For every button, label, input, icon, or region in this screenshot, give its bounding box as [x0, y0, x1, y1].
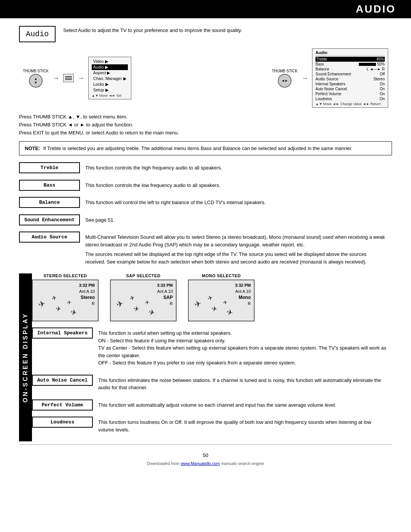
- perfect-volume-label: Perfect Volume: [32, 399, 93, 411]
- feature-row-treble: Treble This function controls the high f…: [19, 162, 392, 174]
- menu-footer: ▲▼ Move ◄► Sel: [92, 94, 128, 97]
- audio-source-desc-p1: Multi-Channel Television Sound will allo…: [85, 233, 387, 248]
- sap-r: R: [157, 301, 173, 307]
- footer-link[interactable]: www.Manualslib.com: [181, 461, 220, 466]
- instruction-1: Press THUMB STICK ▲, ▼, to select menu i…: [19, 113, 392, 121]
- sap-plane-5: ✈: [148, 307, 156, 318]
- note-box: NOTE: If Treble is selected you are adju…: [19, 141, 392, 155]
- treble-label: Treble: [19, 162, 80, 173]
- footer-text-2: manuals search engine: [220, 461, 264, 466]
- on-screen-section: ON-SCREEN DISPLAY STEREO SELECTED 3:32 P…: [19, 273, 392, 441]
- stereo-channel: Ant A 10: [79, 289, 95, 294]
- auto-noise-label: Auto Noise Cancel: [32, 375, 93, 386]
- sap-plane-4: ✈: [145, 299, 150, 306]
- on-screen-label: ON-SCREEN DISPLAY: [19, 273, 32, 441]
- stereo-screen: 3:32 PM Ant A 10 Stereo R ✈ ✈ ✈ ✈ ✈: [32, 280, 99, 321]
- mono-plane-2: ✈: [207, 294, 214, 302]
- menu-item-video: Video ▶: [92, 59, 128, 64]
- footer-link-text: www.Manualslib.com: [181, 461, 220, 466]
- audio-menu-treble: Treble 45%: [315, 57, 385, 62]
- menu-item-setup: Setup ▶: [92, 87, 128, 93]
- audio-menu-sound-enhancement: Sound Enhancement Off: [315, 72, 385, 77]
- on-screen-content: STEREO SELECTED 3:32 PM Ant A 10 Stereo …: [32, 273, 392, 441]
- stereo-screen-content: 3:32 PM Ant A 10 Stereo R: [79, 283, 95, 307]
- bass-label: Bass: [19, 180, 80, 191]
- plane-1: ✈: [37, 299, 46, 310]
- plane-3: ✈: [55, 304, 62, 313]
- loudness-desc: This function turns loudness On or Off. …: [93, 417, 392, 435]
- mono-time: 3:32 PM: [235, 283, 251, 288]
- balance-desc: This function will control the left to r…: [80, 197, 271, 208]
- thumb-stick-left: THUMB STICK ▲▼: [23, 69, 49, 88]
- arrow-right-1: →: [53, 74, 59, 82]
- mono-plane-5: ✈: [226, 307, 234, 318]
- mono-screen: 3:32 PM Ant A 10 Mono R ✈ ✈ ✈ ✈ ✈: [188, 280, 255, 321]
- feature-row-loudness: Loudness This function turns loudness On…: [32, 417, 392, 435]
- footer-text-1: Downloaded from: [147, 461, 181, 466]
- diagram-section: THUMB STICK ▲▼ → → Video ▶ Audio ▶ Aspec…: [19, 48, 392, 108]
- feature-row-internal-speakers: Internal Speakers This function is usefu…: [32, 328, 392, 369]
- feature-row-audio-source: Audio Source Multi-Channel Television So…: [19, 232, 392, 267]
- mono-plane-3: ✈: [211, 304, 218, 313]
- thumb-stick-label: THUMB STICK: [23, 69, 49, 73]
- feature-row-perfect-volume: Perfect Volume This function will automa…: [32, 399, 392, 411]
- selection-examples: STEREO SELECTED 3:32 PM Ant A 10 Stereo …: [32, 273, 392, 321]
- feature-row-sound-enhancement: Sound Enhancement See page 51.: [19, 214, 392, 226]
- mono-screen-content: 3:32 PM Ant A 10 Mono R: [235, 283, 251, 307]
- audio-menu-internal-speakers: Internal Speakers On: [315, 81, 385, 86]
- plane-5: ✈: [70, 307, 78, 318]
- stereo-time: 3:32 PM: [79, 283, 95, 288]
- auto-noise-desc: This function eliminates the noise betwe…: [93, 375, 392, 393]
- audio-menu-auto-noise: Auto Noise Cancel On: [315, 86, 385, 91]
- loudness-label: Loudness: [32, 417, 93, 428]
- audio-source-label: Audio Source: [19, 232, 80, 243]
- stereo-example: STEREO SELECTED 3:32 PM Ant A 10 Stereo …: [32, 273, 99, 321]
- feature-row-balance: Balance This function will control the l…: [19, 197, 392, 208]
- bass-desc: This function controls the low frequency…: [80, 180, 226, 191]
- mono-r: R: [235, 301, 251, 307]
- thumb-stick-label-right: THUMB STICK: [272, 69, 298, 73]
- sap-mode: SAP: [157, 294, 173, 301]
- menu-item-aspect: Aspect ▶: [92, 70, 128, 76]
- sap-time: 3:32 PM: [157, 283, 173, 288]
- thumb-stick-circle: ▲▼: [29, 74, 43, 88]
- page-header: AUDIO: [0, 0, 411, 18]
- intro-description: Select Audio to adjust the TV to your pr…: [63, 26, 242, 33]
- page-footer: Downloaded from www.Manualslib.com manua…: [19, 461, 392, 470]
- mono-title: MONO SELECTED: [202, 273, 241, 278]
- note-text: If Treble is selected you are adjusting …: [43, 145, 352, 151]
- thumb-stick-right: THUMB STICK ◄►: [272, 69, 298, 88]
- mono-plane-4: ✈: [223, 299, 228, 306]
- note-label: NOTE:: [25, 145, 40, 151]
- left-menu-diagram: THUMB STICK ▲▼ → → Video ▶ Audio ▶ Aspec…: [23, 57, 131, 99]
- plane-4: ✈: [67, 299, 72, 306]
- header-title: AUDIO: [356, 3, 396, 15]
- internal-speakers-desc: This function is useful when setting up …: [93, 328, 392, 369]
- audio-source-desc-p2: The sources received will be displayed a…: [85, 251, 387, 265]
- sap-plane-3: ✈: [133, 304, 140, 313]
- audio-menu-header: Audio: [315, 50, 385, 56]
- arrow-right-3: →: [301, 74, 308, 82]
- right-menu-diagram: THUMB STICK ◄► → Audio Treble 45% Bass 5…: [272, 48, 388, 108]
- mono-plane-1: ✈: [193, 299, 202, 310]
- audio-box-label: Audio: [19, 26, 56, 42]
- internal-speakers-line1: This function is useful when setting up …: [98, 329, 387, 337]
- sap-title: SAP SELECTED: [126, 273, 160, 278]
- plane-2: ✈: [51, 294, 58, 302]
- audio-menu-box: Audio Treble 45% Bass 50% Balance L ◄—► …: [312, 48, 388, 108]
- intro-section: Audio Select Audio to adjust the TV to y…: [19, 26, 392, 42]
- instruction-3: Press EXIT to quit the MENU, or select A…: [19, 129, 392, 137]
- instructions-block: Press THUMB STICK ▲, ▼, to select menu i…: [19, 113, 392, 137]
- sap-screen: 3:32 PM Ant A 10 SAP R ✈ ✈ ✈ ✈ ✈: [110, 280, 177, 321]
- feature-row-auto-noise: Auto Noise Cancel This function eliminat…: [32, 375, 392, 393]
- audio-menu-perfect-volume: Perfect Volume On: [315, 91, 385, 96]
- instruction-2: Press THUMB STICK ◄ or ► to adjust the f…: [19, 121, 392, 129]
- sap-screen-content: 3:32 PM Ant A 10 SAP R: [157, 283, 173, 307]
- stereo-mode: Stereo: [79, 294, 95, 301]
- treble-desc: This function controls the high frequenc…: [80, 162, 228, 174]
- stereo-r: R: [79, 301, 95, 307]
- internal-speakers-line2: ON - Select this feature if using the in…: [98, 337, 387, 345]
- balance-label: Balance: [19, 197, 80, 208]
- audio-menu-balance: Balance L ◄—► R: [315, 67, 385, 72]
- page-divider: [19, 444, 392, 445]
